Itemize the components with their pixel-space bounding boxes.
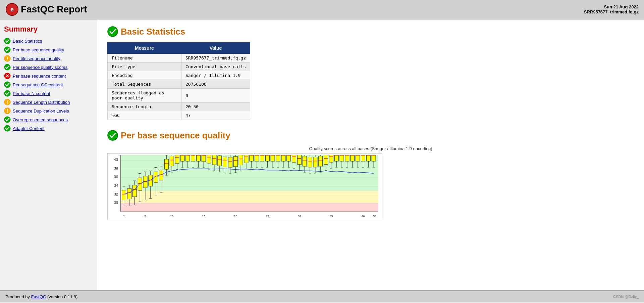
svg-rect-53 <box>138 178 142 190</box>
sidebar-link-10[interactable]: Adapter Content <box>13 126 45 131</box>
svg-text:32: 32 <box>114 192 118 196</box>
svg-rect-165 <box>233 157 237 167</box>
sidebar-item-6: Per base N content <box>4 90 93 97</box>
sidebar-link-4[interactable]: Per base sequence content <box>13 74 66 79</box>
svg-rect-207 <box>271 153 275 161</box>
fastqc-link[interactable]: FastQC <box>31 294 46 299</box>
svg-rect-183 <box>250 153 254 161</box>
sidebar-status-icon-4: ✕ <box>4 73 11 79</box>
sidebar-item-10: Adapter Content <box>4 125 93 132</box>
svg-rect-267 <box>324 155 328 165</box>
fastqc-logo-icon: e <box>5 3 19 16</box>
table-header-value: Value <box>181 43 250 54</box>
svg-rect-273 <box>329 153 333 162</box>
svg-rect-279 <box>334 153 338 161</box>
svg-rect-147 <box>218 156 222 166</box>
sidebar-link-1[interactable]: Per base sequence quality <box>13 47 64 52</box>
basic-statistics-section: Basic Statistics Measure Value FilenameS… <box>107 26 634 120</box>
main-content: Basic Statistics Measure Value FilenameS… <box>97 19 644 290</box>
table-cell-measure: File type <box>108 62 181 71</box>
svg-text:36: 36 <box>114 175 118 179</box>
svg-rect-141 <box>212 155 216 165</box>
svg-rect-243 <box>303 156 307 166</box>
svg-rect-255 <box>313 157 317 167</box>
sidebar-link-5[interactable]: Per sequence GC content <box>13 82 63 87</box>
svg-rect-99 <box>175 153 179 163</box>
sidebar-item-7: !Sequence Length Distribution <box>4 99 93 105</box>
app-title: FastQC Report <box>21 4 87 15</box>
per-base-quality-title: Per base sequence quality <box>121 130 230 141</box>
table-cell-measure: Encoding <box>108 71 181 80</box>
sidebar-status-icon-2: ! <box>4 55 11 62</box>
table-row: EncodingSanger / Illumina 1.9 <box>108 71 250 80</box>
table-cell-measure: Total Sequences <box>108 80 181 89</box>
footer-watermark: CSDN @Dzfly_ <box>613 295 639 299</box>
quality-chart-container: Quality scores across all bases (Sanger … <box>107 146 634 220</box>
main-layout: Summary Basic StatisticsPer base sequenc… <box>0 19 644 290</box>
svg-rect-225 <box>287 153 291 161</box>
sidebar-link-0[interactable]: Basic Statistics <box>13 39 42 44</box>
table-row: FilenameSRR957677_trimmed.fq.gz <box>108 54 250 62</box>
svg-rect-117 <box>191 153 195 161</box>
svg-rect-297 <box>351 153 355 161</box>
table-cell-value: 20750100 <box>181 80 250 89</box>
sidebar-link-7[interactable]: Sequence Length Distribution <box>13 100 70 105</box>
app-header: e FastQC Report Sun 21 Aug 2022 SRR95767… <box>0 0 644 19</box>
header-title-group: e FastQC Report <box>5 3 87 16</box>
sidebar-link-8[interactable]: Sequence Duplication Levels <box>13 109 69 114</box>
sidebar-link-2[interactable]: Per tile sequence quality <box>13 56 60 61</box>
svg-rect-237 <box>297 155 301 165</box>
svg-text:25: 25 <box>266 215 269 218</box>
sidebar-item-0: Basic Statistics <box>4 38 93 44</box>
svg-text:!: ! <box>7 99 8 105</box>
table-cell-value: 0 <box>181 89 250 102</box>
header-date: Sun 21 Aug 2022 <box>584 4 639 9</box>
sidebar-status-icon-8: ! <box>4 107 11 114</box>
svg-rect-177 <box>244 153 248 163</box>
svg-rect-41 <box>127 188 131 199</box>
svg-rect-87 <box>164 159 168 169</box>
table-cell-value: 20-50 <box>181 102 250 111</box>
svg-rect-28 <box>121 203 378 212</box>
footer-produced-by: Produced by FastQC (version 0.11.9) <box>5 294 77 299</box>
table-row: Sequence length20-50 <box>108 102 250 111</box>
table-cell-value: Conventional base calls <box>181 62 250 71</box>
svg-text:10: 10 <box>170 215 173 218</box>
table-row: File typeConventional base calls <box>108 62 250 71</box>
stats-table-body: FilenameSRR957677_trimmed.fq.gzFile type… <box>108 54 250 120</box>
nav-items-container: Basic StatisticsPer base sequence qualit… <box>4 38 93 132</box>
svg-rect-105 <box>180 153 184 161</box>
sidebar-item-9: Overrepresented sequences <box>4 116 93 123</box>
svg-rect-27 <box>121 191 378 203</box>
svg-text:✕: ✕ <box>5 73 9 79</box>
sidebar-status-icon-6 <box>4 90 11 97</box>
svg-text:50: 50 <box>373 215 376 218</box>
svg-rect-171 <box>239 155 243 165</box>
basic-stats-pass-icon <box>107 26 118 37</box>
svg-rect-123 <box>196 153 200 161</box>
sidebar-link-3[interactable]: Per sequence quality scores <box>13 65 67 70</box>
summary-title: Summary <box>4 25 93 34</box>
svg-rect-315 <box>366 153 370 161</box>
svg-text:!: ! <box>7 108 8 114</box>
svg-text:35: 35 <box>329 215 333 218</box>
svg-point-17 <box>108 27 118 37</box>
svg-rect-261 <box>319 156 323 166</box>
sidebar-status-icon-1 <box>4 46 11 53</box>
svg-rect-303 <box>356 153 360 161</box>
svg-rect-129 <box>202 153 206 162</box>
svg-text:40: 40 <box>361 215 365 218</box>
svg-rect-195 <box>260 153 264 161</box>
svg-rect-291 <box>345 153 349 161</box>
sidebar-status-icon-9 <box>4 116 11 123</box>
svg-rect-213 <box>276 153 280 161</box>
svg-text:15: 15 <box>202 215 205 218</box>
svg-rect-321 <box>372 153 376 161</box>
svg-text:30: 30 <box>114 201 118 205</box>
sidebar-link-6[interactable]: Per base N content <box>13 91 50 96</box>
table-cell-value: Sanger / Illumina 1.9 <box>181 71 250 80</box>
svg-text:20: 20 <box>234 215 237 218</box>
svg-rect-189 <box>255 153 259 161</box>
svg-rect-231 <box>292 153 296 162</box>
sidebar-link-9[interactable]: Overrepresented sequences <box>13 117 68 122</box>
